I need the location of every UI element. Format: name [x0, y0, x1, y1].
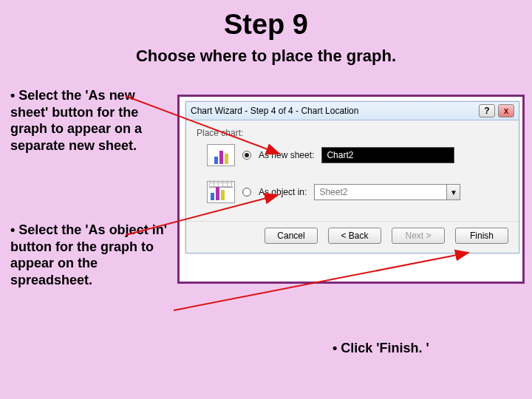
finish-button[interactable]: Finish [455, 228, 508, 244]
chart-wizard-dialog: Chart Wizard - Step 4 of 4 - Chart Locat… [185, 101, 519, 253]
screenshot-frame: Chart Wizard - Step 4 of 4 - Chart Locat… [177, 95, 525, 284]
next-button: Next > [392, 228, 445, 244]
instruction-object-in: • Select the 'As object in' button for t… [10, 222, 180, 288]
object-in-value: Sheet2 [315, 185, 446, 199]
close-icon[interactable]: x [498, 104, 514, 117]
help-icon[interactable]: ? [479, 104, 495, 117]
back-button[interactable]: < Back [328, 228, 381, 244]
chart-icon [207, 144, 235, 166]
radio-new-sheet-label: As new sheet: [259, 150, 314, 160]
radio-object-in-label: As object in: [259, 187, 307, 197]
section-label: Place chart: [197, 128, 508, 138]
dialog-footer: Cancel < Back Next > Finish [186, 221, 519, 253]
object-in-select[interactable]: Sheet2 ▼ [314, 184, 460, 200]
cancel-button[interactable]: Cancel [265, 228, 318, 244]
radio-object-in[interactable] [242, 188, 251, 197]
dialog-titlebar: Chart Wizard - Step 4 of 4 - Chart Locat… [186, 102, 519, 120]
option-row-new-sheet: As new sheet: [207, 144, 508, 166]
dialog-title: Chart Wizard - Step 4 of 4 - Chart Locat… [191, 106, 358, 116]
slide-title: Step 9 [0, 0, 532, 41]
option-row-object-in: As object in: Sheet2 ▼ [207, 181, 508, 203]
dialog-body: Place chart: As new sheet: As object in [186, 120, 519, 221]
instruction-finish: • Click 'Finish. ' [332, 340, 429, 357]
chevron-down-icon: ▼ [446, 185, 460, 200]
slide-subtitle: Choose where to place the graph. [0, 47, 532, 66]
new-sheet-name-input[interactable] [321, 147, 454, 163]
sheet-icon [207, 181, 235, 203]
radio-new-sheet[interactable] [242, 151, 251, 160]
instruction-new-sheet: • Select the 'As new sheet' button for t… [10, 87, 166, 154]
